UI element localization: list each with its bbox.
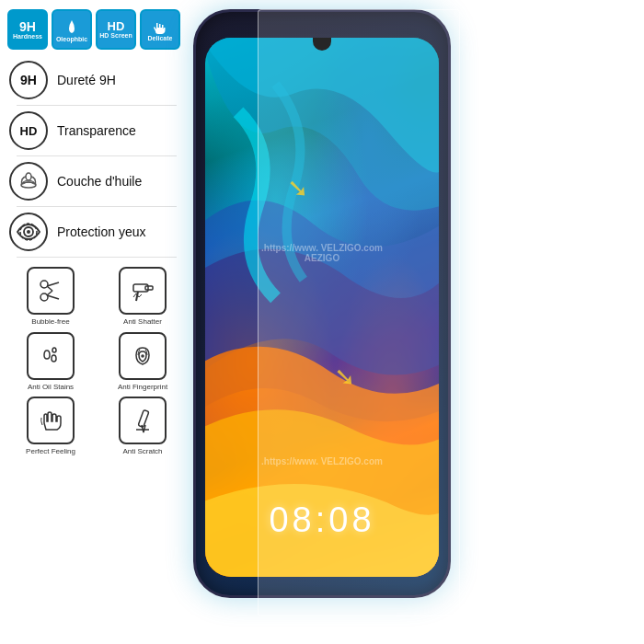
hd-icon-circle: HD	[9, 111, 48, 150]
svg-line-10	[47, 286, 52, 291]
svg-rect-13	[145, 286, 153, 290]
badge-fingerprint: Anti Fingerprint	[99, 332, 186, 392]
left-panel: 9H Hardness Oleophbic HD HD Screen Delic…	[0, 0, 193, 644]
fingerprint-label: Anti Fingerprint	[118, 383, 167, 392]
scratch-pen-icon	[129, 407, 156, 434]
feature-couche: Couche d'huile	[7, 158, 186, 204]
drop-icon	[63, 17, 81, 36]
shatter-label: Anti Shatter	[123, 317, 162, 327]
svg-line-9	[47, 295, 59, 299]
drops-icon	[37, 342, 64, 370]
touch-icon	[151, 18, 169, 35]
badge-oil-stains: Anti Oil Stains	[7, 332, 94, 392]
oil-icon-circle	[9, 162, 48, 201]
feature-protection: Protection yeux	[7, 209, 186, 255]
svg-point-1	[21, 182, 36, 188]
hammer-icon	[129, 277, 156, 305]
badge-anti-scratch: Anti Scratch	[99, 397, 186, 456]
svg-line-11	[47, 291, 52, 295]
hand-icon	[37, 407, 64, 434]
badge-anti-shatter: Anti Shatter	[99, 267, 186, 327]
feeling-icon-box	[27, 397, 75, 444]
scissors-icon	[37, 277, 64, 305]
transparence-label: Transparence	[57, 123, 136, 138]
scratch-label: Anti Scratch	[122, 447, 162, 456]
badge-oleophobic: Oleophbic	[52, 9, 92, 50]
fingerprint-icon-box	[119, 332, 167, 380]
side-button-left-2	[193, 145, 196, 178]
protection-label: Protection yeux	[57, 224, 146, 239]
svg-point-2	[26, 173, 31, 180]
svg-point-4	[27, 230, 30, 234]
feature-durete: 9H Dureté 9H	[7, 57, 186, 103]
side-button-left-1	[193, 104, 196, 136]
svg-rect-15	[138, 410, 149, 428]
bottom-badges-grid: Bubble-free Anti Shatter	[7, 267, 186, 456]
oil-drop-icon	[17, 169, 40, 193]
feature-transparence: HD Transparence	[7, 108, 186, 154]
top-badges-row: 9H Hardness Oleophbic HD HD Screen Delic…	[7, 9, 186, 50]
badge-bubble-free: Bubble-free	[7, 267, 94, 327]
fingerprint-icon	[129, 342, 156, 370]
durete-label: Dureté 9H	[57, 73, 116, 87]
oil-stains-label: Anti Oil Stains	[28, 383, 74, 392]
badge-delicate: Delicate	[140, 9, 180, 50]
shatter-icon-box	[119, 267, 167, 315]
badge-hd: HD HD Screen	[96, 9, 136, 50]
bubble-label: Bubble-free	[31, 317, 69, 327]
badge-perfect-feeling: Perfect Feeling	[7, 397, 94, 456]
durete-icon-circle: 9H	[9, 61, 48, 99]
oil-stains-icon-box	[27, 332, 75, 380]
bubble-icon-box	[27, 267, 75, 315]
couche-label: Couche d'huile	[57, 174, 142, 189]
eye-icon	[16, 222, 41, 242]
eye-icon-circle	[9, 213, 48, 251]
feeling-label: Perfect Feeling	[26, 447, 75, 456]
glass-overlay	[258, 9, 460, 616]
scratch-icon-box	[119, 397, 167, 444]
svg-line-8	[47, 282, 59, 286]
badge-hardness: 9H Hardness	[7, 9, 48, 50]
